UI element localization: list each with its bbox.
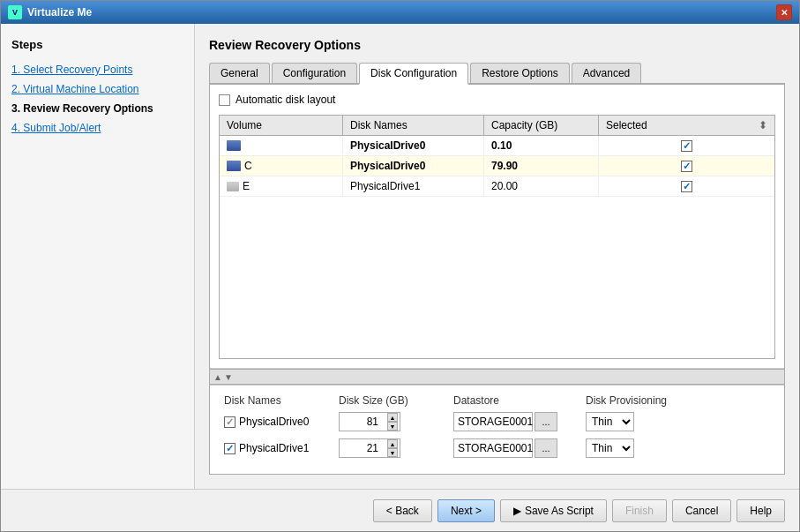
row-checkbox[interactable]: ✓ xyxy=(681,181,692,192)
disk-size-spinner-0[interactable]: 81 ▲ ▼ xyxy=(339,412,400,431)
vol-cell-selected: ✓ xyxy=(599,177,774,196)
lower-datastore-cell-1: STORAGE0001 ... xyxy=(453,438,586,458)
sidebar-item-step2[interactable]: 2. Virtual Machine Location xyxy=(11,83,183,95)
sidebar-item-step1[interactable]: 1. Select Recovery Points xyxy=(11,64,183,76)
vol-cell-capacity: 20.00 xyxy=(484,176,599,196)
lower-col-disksize: Disk Size (GB) xyxy=(339,394,453,407)
lower-row-checkbox[interactable]: ✓ xyxy=(224,416,236,428)
help-button[interactable]: Help xyxy=(736,499,785,522)
drive-letter: C xyxy=(244,160,252,172)
vol-cell-volume: E xyxy=(220,176,343,196)
lower-datastore-cell: STORAGE0001 ... xyxy=(453,412,586,431)
vol-cell-volume: C xyxy=(220,156,343,176)
tab-bar: General Configuration Disk Configuration… xyxy=(209,63,785,85)
disk-lower-row: ✓ PhysicalDrive0 81 ▲ ▼ xyxy=(224,412,770,431)
vol-cell-capacity: 0.10 xyxy=(484,136,599,155)
sidebar: Steps 1. Select Recovery Points 2. Virtu… xyxy=(1,24,195,489)
lower-row-checkbox-1[interactable]: ✓ xyxy=(224,443,236,454)
vol-cell-diskname: PhysicalDrive0 xyxy=(343,156,484,176)
lower-provisioning-cell: Thin Thick xyxy=(586,412,770,431)
vol-cell-volume xyxy=(220,137,343,154)
table-row: E PhysicalDrive1 20.00 ✓ xyxy=(220,176,774,197)
vol-cell-capacity: 79.90 xyxy=(484,156,599,176)
table-row: PhysicalDrive0 0.10 ✓ xyxy=(220,136,774,156)
vol-cell-selected: ✓ xyxy=(599,137,774,155)
lower-provisioning-cell-1: Thin Thick xyxy=(586,438,770,458)
back-button[interactable]: < Back xyxy=(373,499,432,522)
scroll-up-arrow[interactable]: ▲ xyxy=(213,372,222,382)
app-icon: V xyxy=(8,5,22,19)
provisioning-select-1[interactable]: Thin Thick xyxy=(587,439,633,457)
tab-restore-options[interactable]: Restore Options xyxy=(470,63,570,83)
folder-icon xyxy=(227,182,239,191)
disk-lower-header: Disk Names Disk Size (GB) Datastore Disk… xyxy=(224,394,770,407)
spin-up-1[interactable]: ▲ xyxy=(387,439,398,448)
tab-content: Automatic disk layout Volume Disk Names … xyxy=(209,85,785,475)
close-button[interactable]: ✕ xyxy=(776,4,792,20)
drive-icon xyxy=(227,140,241,151)
spin-up-0[interactable]: ▲ xyxy=(387,413,398,422)
save-script-button[interactable]: ▶ Save As Script xyxy=(500,499,607,522)
provisioning-dropdown-0[interactable]: Thin Thick xyxy=(586,412,634,431)
lower-disk-name-cell-1: ✓ PhysicalDrive1 xyxy=(224,442,339,454)
provisioning-select-0[interactable]: Thin Thick xyxy=(587,413,633,431)
panel-title: Review Recovery Options xyxy=(209,38,785,52)
volume-table-body: PhysicalDrive0 0.10 ✓ xyxy=(220,136,774,358)
volume-table-header: Volume Disk Names Capacity (GB) Selected… xyxy=(220,116,774,136)
browse-button-0[interactable]: ... xyxy=(535,412,557,431)
col-volume: Volume xyxy=(220,116,343,135)
row-checkbox[interactable]: ✓ xyxy=(681,140,692,152)
spin-down-1[interactable]: ▼ xyxy=(387,448,398,457)
section-divider: ▲ ▼ xyxy=(210,369,784,385)
tab-general[interactable]: General xyxy=(209,63,270,83)
tab-advanced[interactable]: Advanced xyxy=(572,63,641,83)
datastore-value-0: STORAGE0001 xyxy=(453,412,533,431)
provisioning-dropdown-1[interactable]: Thin Thick xyxy=(586,438,634,458)
main-content: Steps 1. Select Recovery Points 2. Virtu… xyxy=(1,24,799,489)
disk-size-spinner-1[interactable]: 21 ▲ ▼ xyxy=(339,438,400,458)
drive-letter: E xyxy=(243,180,250,192)
tab-configuration[interactable]: Configuration xyxy=(272,63,357,83)
title-bar: V Virtualize Me ✕ xyxy=(1,1,799,24)
col-selected: Selected ⬍ xyxy=(599,116,774,135)
disk-upper-section: Automatic disk layout Volume Disk Names … xyxy=(210,85,784,369)
lower-col-datastore: Datastore xyxy=(453,394,586,407)
vol-cell-diskname: PhysicalDrive1 xyxy=(343,176,484,196)
sidebar-item-step4[interactable]: 4. Submit Job/Alert xyxy=(11,122,183,134)
table-row: C PhysicalDrive0 79.90 ✓ xyxy=(220,156,774,176)
sort-icon: ⬍ xyxy=(759,119,767,131)
volume-table: Volume Disk Names Capacity (GB) Selected… xyxy=(219,115,775,359)
auto-layout-row: Automatic disk layout xyxy=(219,94,775,106)
window-title: Virtualize Me xyxy=(27,6,92,19)
lower-col-disknames: Disk Names xyxy=(224,394,339,407)
lower-disk-name-1: PhysicalDrive1 xyxy=(239,442,309,454)
finish-button[interactable]: Finish xyxy=(612,499,667,522)
lower-disk-name-cell: ✓ PhysicalDrive0 xyxy=(224,416,339,428)
col-capacity: Capacity (GB) xyxy=(484,116,599,135)
auto-layout-label: Automatic disk layout xyxy=(236,94,335,106)
lower-disk-name: PhysicalDrive0 xyxy=(239,416,309,428)
save-script-icon: ▶ xyxy=(513,505,521,517)
vol-cell-selected: ✓ xyxy=(599,157,774,176)
row-checkbox[interactable]: ✓ xyxy=(681,161,692,172)
sidebar-title: Steps xyxy=(11,38,183,51)
drive-icon xyxy=(227,161,241,171)
main-window: V Virtualize Me ✕ Steps 1. Select Recove… xyxy=(0,0,800,532)
browse-button-1[interactable]: ... xyxy=(535,438,557,458)
disk-lower-row: ✓ PhysicalDrive1 21 ▲ ▼ xyxy=(224,438,770,458)
auto-layout-checkbox[interactable] xyxy=(219,94,230,106)
sidebar-item-step3: 3. Review Recovery Options xyxy=(11,102,183,115)
datastore-value-1: STORAGE0001 xyxy=(453,438,533,458)
scroll-down-arrow[interactable]: ▼ xyxy=(224,372,233,382)
cancel-button[interactable]: Cancel xyxy=(672,499,731,522)
disk-size-input-1[interactable]: 21 xyxy=(343,442,378,454)
next-button[interactable]: Next > xyxy=(437,499,495,522)
disk-size-input-0[interactable]: 81 xyxy=(343,416,378,428)
right-panel: Review Recovery Options General Configur… xyxy=(195,24,799,489)
vol-cell-diskname: PhysicalDrive0 xyxy=(343,136,484,155)
tab-disk-configuration[interactable]: Disk Configuration xyxy=(359,63,468,85)
lower-disksize-cell: 81 ▲ ▼ xyxy=(339,412,453,431)
disk-lower-section: Disk Names Disk Size (GB) Datastore Disk… xyxy=(210,385,784,474)
bottom-toolbar: < Back Next > ▶ Save As Script Finish Ca… xyxy=(1,489,799,531)
spin-down-0[interactable]: ▼ xyxy=(387,422,398,431)
